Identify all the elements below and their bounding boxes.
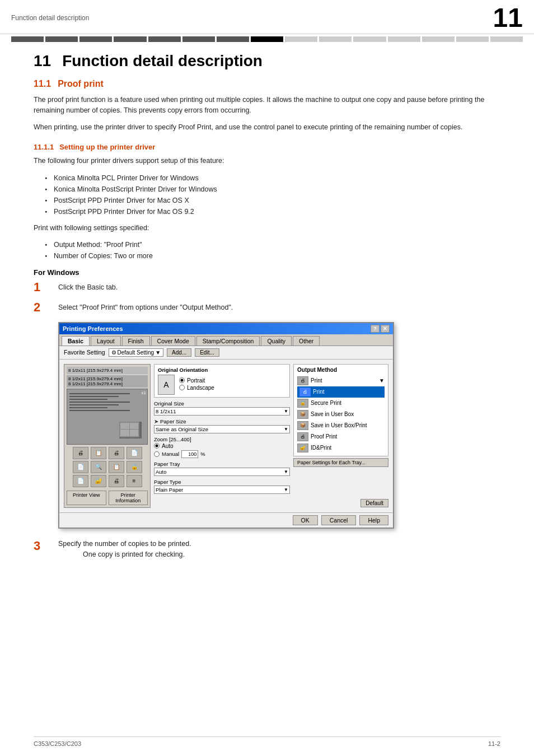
zoom-unit: % — [200, 451, 205, 457]
preview-icon-1[interactable]: 🖨 — [73, 447, 88, 459]
preview-icon-9[interactable]: 📄 — [73, 475, 88, 487]
list-item: Output Method: "Proof Print" — [45, 239, 500, 250]
list-item: Number of Copies: Two or more — [45, 250, 500, 262]
close-titlebar-btn[interactable]: ✕ — [381, 325, 390, 333]
preview-icon-7[interactable]: 📋 — [109, 461, 124, 473]
output-print[interactable]: 🖨 Print ▼ — [297, 375, 385, 386]
zoom-auto-label: Auto — [162, 443, 174, 449]
output-secure-print[interactable]: 🔒 Secure Print — [297, 398, 385, 409]
footer-model: C353/C253/C203 — [34, 740, 81, 747]
tab-basic[interactable]: Basic — [62, 336, 90, 346]
seg11 — [353, 36, 386, 42]
preview-icon-3[interactable]: 🖨 — [109, 447, 124, 459]
output-print-hl-label: Print — [313, 389, 325, 395]
fav-edit-btn[interactable]: Edit... — [195, 348, 219, 357]
output-id-label: ID&Print — [311, 445, 331, 451]
paper-size-select[interactable]: Same as Original Size ▼ — [154, 425, 290, 433]
drivers-intro: The following four printer drivers suppo… — [34, 156, 500, 166]
default-btn[interactable]: Default — [360, 499, 388, 507]
step-1: 1 Click the Basic tab. — [34, 280, 500, 295]
preview-icon-8[interactable]: 🔒 — [127, 461, 142, 473]
paper-size-arrow-icon: ➤ — [154, 418, 158, 424]
landscape-label: Landscape — [187, 385, 214, 391]
section-11-1-para1: The proof print function is a feature us… — [34, 95, 500, 116]
preview-icons-row-2: 📄 🔍 📋 🔒 — [67, 461, 148, 473]
content: 11 Function detail description 11.1 Proo… — [0, 46, 534, 582]
seg15 — [490, 36, 523, 42]
paper-tray-arrow: ▼ — [284, 469, 288, 474]
paper-tray-select[interactable]: Auto ▼ — [154, 468, 290, 476]
progress-area — [0, 34, 534, 42]
output-print-highlighted[interactable]: 🖨 Print — [297, 386, 385, 398]
original-size-select[interactable]: 8 1/2x11 ▼ — [154, 407, 290, 416]
preview-icon-2[interactable]: 📋 — [91, 447, 106, 459]
seg7 — [217, 36, 249, 42]
paper-size-label: ➤ Paper Size — [154, 418, 290, 424]
output-method-title: Output Method — [297, 367, 385, 373]
output-proof-label: Proof Print — [311, 433, 337, 440]
output-proof-print[interactable]: 🖨 Proof Print — [297, 431, 385, 442]
step-1-text: Click the Basic tab. — [58, 280, 118, 293]
portrait-radio-row: Portrait — [179, 377, 214, 384]
zoom-manual-row: Manual % — [154, 450, 290, 458]
section-11-1-1-title: Setting up the printer driver — [59, 143, 155, 151]
preview-icon-11[interactable]: 🖨 — [109, 475, 124, 487]
output-id-print[interactable]: 🔐 ID&Print — [297, 442, 385, 454]
preview-icon-6[interactable]: 🔍 — [91, 461, 106, 473]
preview-icon-4[interactable]: 📄 — [127, 447, 142, 459]
dialog-tabs: Basic Layout Finish Cover Mode Stamp/Com… — [59, 334, 393, 346]
paper-type-arrow: ▼ — [284, 487, 288, 492]
preview-line — [69, 402, 130, 403]
page: Function detail description 11 11 Func — [0, 0, 534, 756]
seg2 — [45, 36, 78, 42]
preview-icon-5[interactable]: 📄 — [73, 461, 88, 473]
paper-type-select[interactable]: Plain Paper ▼ — [154, 486, 290, 494]
zoom-input[interactable] — [181, 450, 198, 458]
original-size-label: Original Size — [154, 400, 290, 407]
orientation-title: Original Orientation — [158, 367, 286, 373]
fav-add-btn[interactable]: Add... — [167, 348, 191, 357]
seg8 — [251, 36, 283, 42]
settings-list: Output Method: "Proof Print" Number of C… — [45, 239, 500, 262]
original-size-field: Original Size 8 1/2x11 ▼ — [154, 400, 290, 416]
tab-stamp[interactable]: Stamp/Composition — [196, 336, 260, 346]
output-save-userbox[interactable]: 📦 Save in User Box — [297, 409, 385, 420]
preview-icon-12[interactable]: ≡ — [127, 475, 142, 487]
preview-icon-10[interactable]: 🔐 — [91, 475, 106, 487]
left-panel: 8 1/2x11 [215.9x279.4 mm] 8 1/2x11 [215.… — [64, 364, 151, 508]
step-3-text: Specify the number of copies to be print… — [58, 538, 191, 548]
zoom-manual-radio[interactable] — [154, 451, 160, 457]
printer-view-btn[interactable]: Printer View — [67, 491, 106, 505]
zoom-auto-radio[interactable] — [154, 443, 160, 449]
help-btn[interactable]: Help — [359, 515, 388, 525]
titlebar-buttons: ? ✕ — [371, 325, 390, 333]
header-bar: Function detail description 11 — [0, 0, 534, 34]
tab-layout[interactable]: Layout — [91, 336, 121, 346]
output-proof-icon: 🖨 — [297, 432, 308, 441]
section-11-1-1-number: 11.1.1 — [34, 143, 54, 151]
step-3-sub: One copy is printed for checking. — [83, 549, 191, 560]
tab-other[interactable]: Other — [293, 336, 320, 346]
tab-cover-mode[interactable]: Cover Mode — [151, 336, 195, 346]
portrait-radio[interactable] — [179, 377, 185, 383]
step-2-text: Select "Proof Print" from options under … — [58, 300, 233, 313]
tab-finish[interactable]: Finish — [122, 336, 150, 346]
step-2-number: 2 — [34, 300, 49, 315]
help-titlebar-btn[interactable]: ? — [371, 325, 380, 333]
paper-settings-btn[interactable]: Paper Settings for Each Tray... — [293, 458, 388, 467]
output-save-userbox-print[interactable]: 📦 Save in User Box/Print — [297, 420, 385, 431]
fav-dropdown[interactable]: ⚙ Default Setting ▼ — [109, 348, 164, 357]
output-userbox-icon: 📦 — [297, 410, 308, 419]
tab-quality[interactable]: Quality — [261, 336, 292, 346]
zoom-indicator: x1 — [142, 390, 146, 395]
printer-info-btn[interactable]: Printer Information — [109, 491, 148, 505]
paper-size-value: Same as Original Size — [156, 426, 208, 432]
landscape-radio[interactable] — [179, 385, 185, 390]
cancel-btn[interactable]: Cancel — [321, 515, 357, 525]
ok-btn[interactable]: OK — [293, 515, 318, 525]
zoom-field: Zoom [25...400] Auto Manual — [154, 436, 290, 458]
dialog-footer: OK Cancel Help — [59, 512, 393, 528]
output-userbox-print-label: Save in User Box/Print — [311, 422, 367, 428]
step-3-content: Specify the number of copies to be print… — [58, 539, 191, 561]
output-print-hl-icon: 🖨 — [299, 388, 311, 396]
